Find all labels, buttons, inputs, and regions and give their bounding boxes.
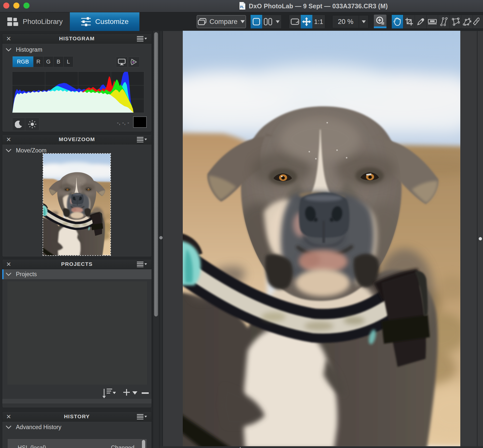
svg-text:PL: PL xyxy=(240,5,244,9)
